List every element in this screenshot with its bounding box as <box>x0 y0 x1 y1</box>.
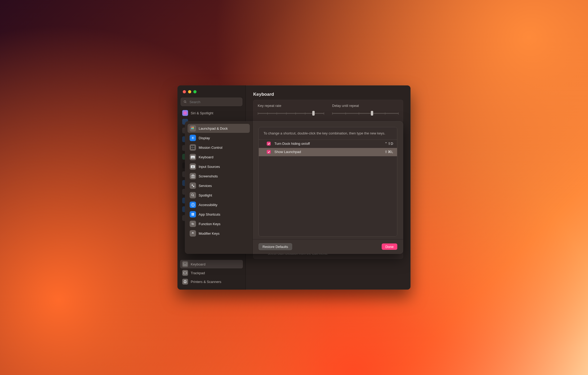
restore-defaults-button[interactable]: Restore Defaults <box>259 243 292 250</box>
shortcut-keys[interactable]: ⌃⇧D <box>385 142 393 146</box>
sidebar-item-keyboard[interactable]: Keyboard <box>180 260 243 268</box>
category-item-input-sources[interactable]: あInput Sources <box>188 162 250 171</box>
svg-rect-10 <box>191 127 192 128</box>
modifier-icon <box>190 230 196 237</box>
access-icon <box>190 202 196 208</box>
sidebar-item-siri[interactable]: Siri & Spotlight <box>180 109 243 117</box>
svg-point-36 <box>191 194 194 196</box>
svg-rect-11 <box>193 127 194 128</box>
shortcut-checkbox[interactable] <box>267 150 271 154</box>
search-icon <box>190 192 196 198</box>
svg-rect-33 <box>192 175 194 176</box>
category-item-app-shortcuts[interactable]: App Shortcuts <box>188 210 250 219</box>
grid-icon <box>190 125 196 132</box>
fn-icon: fn <box>190 221 196 227</box>
key-repeat-slider[interactable] <box>258 110 324 116</box>
search-input[interactable] <box>189 100 239 104</box>
shortcut-row[interactable]: Show Launchpad⇧⌘L <box>259 148 397 156</box>
svg-line-37 <box>193 196 194 197</box>
brightness-icon <box>190 135 196 141</box>
zoom-window-button[interactable] <box>193 90 197 93</box>
sidebar-item-label: Trackpad <box>191 271 205 275</box>
svg-line-19 <box>192 137 192 137</box>
svg-point-0 <box>184 101 186 103</box>
sidebar-item-label: Siri & Spotlight <box>191 111 213 115</box>
camera-icon <box>190 173 196 179</box>
category-label: Mission Control <box>199 146 222 150</box>
category-item-accessibility[interactable]: Accessibility <box>188 200 250 209</box>
svg-rect-2 <box>183 263 187 265</box>
svg-point-14 <box>192 137 194 139</box>
category-item-launchpad-dock[interactable]: Launchpad & Dock <box>188 124 250 133</box>
category-label: Input Sources <box>199 165 220 169</box>
slider-label: Delay until repeat <box>332 104 399 108</box>
svg-rect-25 <box>191 148 193 149</box>
shortcuts-detail: To change a shortcut, double-click the k… <box>253 121 403 254</box>
keyboard-icon <box>182 261 188 267</box>
category-item-services[interactable]: Services <box>188 181 250 190</box>
svg-rect-3 <box>184 265 186 265</box>
svg-rect-23 <box>191 146 193 147</box>
category-item-function-keys[interactable]: fnFunction Keys <box>188 219 250 228</box>
category-label: Services <box>199 184 212 188</box>
category-item-screenshots[interactable]: Screenshots <box>188 172 250 181</box>
svg-point-32 <box>192 176 194 177</box>
printer-icon <box>182 279 188 285</box>
svg-rect-4 <box>184 272 187 274</box>
keyboard-icon <box>190 154 196 160</box>
app-icon <box>190 211 196 217</box>
keyboard-shortcuts-sheet: Launchpad & DockDisplayMission ControlKe… <box>185 121 403 254</box>
category-item-keyboard[interactable]: Keyboard <box>188 152 250 162</box>
category-label: Spotlight <box>199 193 212 197</box>
svg-point-35 <box>193 186 194 187</box>
done-button[interactable]: Done <box>382 243 397 250</box>
category-item-spotlight[interactable]: Spotlight <box>188 191 250 200</box>
category-label: App Shortcuts <box>199 212 220 216</box>
input-icon: あ <box>190 163 196 170</box>
siri-icon <box>182 110 188 116</box>
sidebar-search[interactable] <box>181 98 242 106</box>
sidebar-item-label: Printers & Scanners <box>191 280 221 284</box>
svg-rect-12 <box>191 128 192 129</box>
svg-rect-26 <box>193 148 194 149</box>
gears-icon <box>190 182 196 189</box>
svg-rect-6 <box>184 280 186 281</box>
category-label: Keyboard <box>199 155 213 159</box>
window-traffic-lights <box>177 85 246 93</box>
shortcut-checkbox[interactable] <box>267 142 271 146</box>
svg-rect-31 <box>191 175 195 178</box>
search-icon <box>184 100 187 104</box>
svg-rect-24 <box>193 146 194 147</box>
svg-line-21 <box>192 139 192 139</box>
svg-rect-28 <box>192 158 194 158</box>
trackpad-icon <box>182 270 188 276</box>
svg-line-22 <box>194 137 194 137</box>
mission-icon <box>190 144 196 151</box>
svg-point-39 <box>193 204 193 204</box>
category-label: Function Keys <box>199 222 220 226</box>
delay-slider[interactable] <box>332 110 399 116</box>
category-label: Display <box>199 136 210 140</box>
sidebar-item-trackpad[interactable]: Trackpad <box>180 269 243 277</box>
svg-text:あ: あ <box>192 166 194 168</box>
category-item-mission-control[interactable]: Mission Control <box>188 143 250 152</box>
svg-point-34 <box>191 184 193 186</box>
shortcut-label: Turn Dock hiding on/off <box>274 142 381 146</box>
svg-line-20 <box>194 139 194 139</box>
key-repeat-section: Key repeat rate Delay until repeat <box>253 100 403 123</box>
category-label: Screenshots <box>199 174 218 178</box>
category-label: Modifier Keys <box>199 232 220 236</box>
category-item-display[interactable]: Display <box>188 133 250 142</box>
shortcuts-category-sidebar: Launchpad & DockDisplayMission ControlKe… <box>185 121 253 254</box>
slider-label: Key repeat rate <box>258 104 324 108</box>
shortcut-row[interactable]: Turn Dock hiding on/off⌃⇧D <box>259 140 397 148</box>
minimize-window-button[interactable] <box>188 90 191 93</box>
close-window-button[interactable] <box>183 90 186 93</box>
shortcut-label: Show Launchpad <box>274 150 381 154</box>
shortcut-keys[interactable]: ⇧⌘L <box>385 150 393 154</box>
category-label: Accessibility <box>199 203 217 207</box>
category-label: Launchpad & Dock <box>199 127 228 130</box>
category-item-modifier-keys[interactable]: Modifier Keys <box>188 229 250 238</box>
sidebar-item-printers[interactable]: Printers & Scanners <box>180 277 243 286</box>
sidebar-item-label: Keyboard <box>191 262 206 266</box>
